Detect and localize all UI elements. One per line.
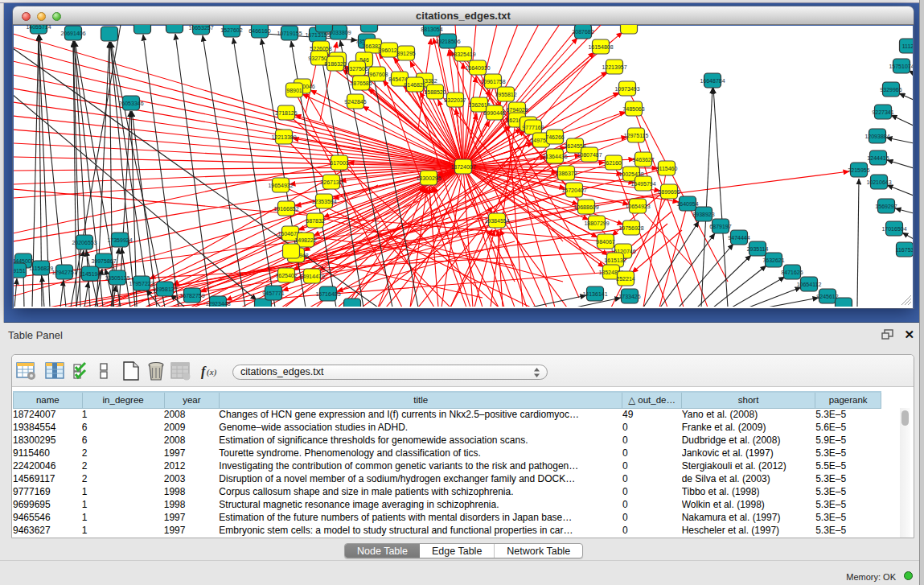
svg-text:10688609: 10688609 bbox=[573, 204, 598, 210]
svg-text:1615132: 1615132 bbox=[604, 257, 626, 263]
svg-text:2718126: 2718126 bbox=[275, 110, 297, 116]
svg-text:6899695: 6899695 bbox=[658, 189, 680, 195]
svg-text:10807487: 10807487 bbox=[577, 152, 602, 158]
svg-text:f: f bbox=[201, 365, 207, 379]
svg-text:7632621: 7632621 bbox=[762, 257, 784, 263]
svg-text:2967608: 2967608 bbox=[366, 72, 388, 77]
svg-text:15751074: 15751074 bbox=[889, 64, 913, 69]
svg-text:617001: 617001 bbox=[330, 160, 348, 166]
svg-text:19166852: 19166852 bbox=[273, 206, 298, 212]
svg-text:15716485: 15716485 bbox=[315, 291, 340, 297]
svg-text:14136141: 14136141 bbox=[582, 291, 607, 297]
svg-text:9463627: 9463627 bbox=[632, 157, 654, 163]
svg-text:14914479: 14914479 bbox=[299, 274, 324, 279]
svg-text:18300295: 18300295 bbox=[416, 175, 441, 181]
svg-text:3876585: 3876585 bbox=[350, 80, 372, 86]
svg-text:10973493: 10973493 bbox=[614, 86, 639, 92]
svg-text:1145194: 1145194 bbox=[80, 271, 101, 277]
svg-text:1244415: 1244415 bbox=[867, 155, 889, 161]
svg-text:984067: 984067 bbox=[596, 239, 614, 245]
svg-text:8471626: 8471626 bbox=[781, 270, 803, 275]
svg-text:20206553: 20206553 bbox=[72, 240, 97, 245]
svg-text:17359924: 17359924 bbox=[107, 237, 132, 243]
svg-text:98901: 98901 bbox=[286, 88, 302, 93]
svg-text:1527602: 1527602 bbox=[220, 27, 242, 33]
svg-text:1112: 1112 bbox=[902, 43, 913, 49]
svg-text:18807299: 18807299 bbox=[584, 220, 609, 226]
svg-text:12975115: 12975115 bbox=[624, 133, 649, 138]
svg-text:9327505: 9327505 bbox=[346, 66, 368, 72]
svg-text:9245612: 9245612 bbox=[816, 294, 838, 299]
svg-text:39151: 39151 bbox=[14, 268, 26, 274]
svg-text:10653257: 10653257 bbox=[188, 25, 213, 31]
svg-text:1588520: 1588520 bbox=[424, 89, 446, 95]
svg-text:15720407: 15720407 bbox=[561, 187, 586, 193]
svg-text:8990448: 8990448 bbox=[483, 110, 505, 116]
svg-text:1640954: 1640954 bbox=[676, 201, 698, 207]
svg-text:12923448: 12923448 bbox=[205, 301, 230, 307]
svg-text:39975867: 39975867 bbox=[91, 258, 116, 264]
svg-text:26053346: 26053346 bbox=[118, 101, 143, 106]
svg-text:7485063: 7485063 bbox=[622, 106, 644, 112]
svg-text:16782759: 16782759 bbox=[179, 293, 204, 299]
svg-text:14958137: 14958137 bbox=[152, 286, 177, 292]
svg-text:10719155: 10719155 bbox=[277, 31, 302, 36]
svg-text:9146821: 9146821 bbox=[404, 82, 425, 88]
svg-text:16640910: 16640910 bbox=[465, 65, 490, 71]
svg-text:3215955: 3215955 bbox=[848, 167, 869, 173]
svg-text:8813054: 8813054 bbox=[421, 27, 442, 32]
svg-text:9474444: 9474444 bbox=[728, 235, 749, 241]
svg-text:746266: 746266 bbox=[545, 134, 564, 140]
svg-text:16648784: 16648784 bbox=[700, 78, 725, 84]
svg-text:11156829: 11156829 bbox=[29, 266, 53, 271]
svg-text:6466160: 6466160 bbox=[248, 28, 270, 34]
svg-text:1569297: 1569297 bbox=[875, 204, 897, 209]
svg-text:17016504: 17016504 bbox=[881, 226, 906, 232]
svg-text:9457771: 9457771 bbox=[262, 290, 284, 296]
svg-text:10654112: 10654112 bbox=[797, 282, 822, 287]
svg-text:15495794: 15495794 bbox=[630, 181, 655, 187]
svg-text:7955812: 7955812 bbox=[495, 92, 516, 97]
svg-text:19654932: 19654932 bbox=[268, 183, 293, 188]
svg-text:8322037: 8322037 bbox=[444, 97, 466, 103]
svg-text:12213957: 12213957 bbox=[602, 64, 626, 70]
svg-text:10210643: 10210643 bbox=[866, 179, 891, 185]
svg-text:13325419: 13325419 bbox=[450, 51, 475, 57]
svg-text:13505135: 13505135 bbox=[105, 275, 129, 281]
svg-text:18724007: 18724007 bbox=[450, 164, 475, 170]
svg-text:12093884: 12093884 bbox=[864, 134, 889, 139]
svg-text:12213389: 12213389 bbox=[271, 134, 296, 140]
svg-text:7386372: 7386372 bbox=[555, 171, 577, 176]
svg-text:1498222: 1498222 bbox=[294, 237, 316, 243]
svg-text:2087682: 2087682 bbox=[572, 29, 593, 35]
svg-text:8938923: 8938923 bbox=[692, 212, 714, 217]
svg-text:3267130: 3267130 bbox=[320, 179, 342, 185]
svg-text:891295: 891295 bbox=[396, 51, 415, 56]
svg-text:6794028: 6794028 bbox=[506, 107, 528, 113]
svg-text:17957223: 17957223 bbox=[129, 281, 154, 286]
svg-text:116753: 116753 bbox=[896, 247, 913, 253]
svg-text:19384554: 19384554 bbox=[484, 218, 509, 224]
svg-text:19756928: 19756928 bbox=[618, 225, 643, 231]
svg-text:21364436: 21364436 bbox=[542, 154, 567, 159]
svg-text:10961758: 10961758 bbox=[480, 79, 505, 84]
svg-text:1733426: 1733426 bbox=[618, 294, 640, 299]
svg-text:16154808: 16154808 bbox=[588, 44, 613, 50]
svg-text:9115460: 9115460 bbox=[656, 166, 678, 171]
svg-text:252214: 252214 bbox=[616, 276, 634, 282]
svg-text:(x): (x) bbox=[207, 367, 217, 377]
svg-text:9227341: 9227341 bbox=[872, 109, 893, 115]
svg-text:12942757: 12942757 bbox=[51, 270, 76, 275]
svg-text:14055714: 14055714 bbox=[26, 25, 51, 30]
svg-text:9329966: 9329966 bbox=[880, 87, 901, 93]
svg-text:2935114: 2935114 bbox=[747, 246, 769, 252]
svg-text:8186323: 8186323 bbox=[324, 61, 346, 67]
svg-text:7625402: 7625402 bbox=[275, 273, 297, 278]
svg-text:10654923: 10654923 bbox=[625, 204, 650, 209]
svg-text:20691406: 20691406 bbox=[60, 31, 85, 36]
svg-text:9242845: 9242845 bbox=[344, 99, 366, 105]
svg-text:19218506: 19218506 bbox=[435, 39, 460, 44]
svg-text:587832: 587832 bbox=[306, 218, 324, 224]
svg-text:12353594: 12353594 bbox=[311, 199, 336, 204]
svg-text:62160: 62160 bbox=[606, 160, 622, 166]
